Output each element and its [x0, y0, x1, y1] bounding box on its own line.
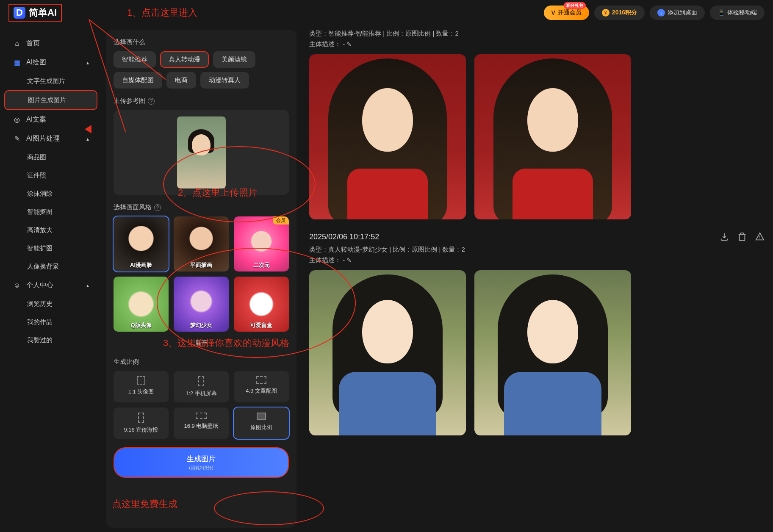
- style-label-text: 选择画面风格: [114, 203, 152, 211]
- nav-proc-0-label: 商品图: [27, 153, 46, 161]
- chip-media-image[interactable]: 自媒体配图: [114, 72, 162, 89]
- chip-anime-to-real[interactable]: 动漫转真人: [200, 72, 249, 89]
- ratio-icon: [196, 413, 207, 419]
- nav-proc-1[interactable]: 证件照: [4, 166, 97, 185]
- ratio-label-text: 16:9 电脑壁纸: [184, 422, 219, 430]
- generate-sublabel: (消耗2积分): [120, 465, 282, 471]
- nav-proc-5-label: 智能扩图: [27, 244, 53, 252]
- result-image[interactable]: [474, 54, 631, 219]
- ratio-label-text: 1:2 手机屏幕: [186, 390, 217, 397]
- delete-icon[interactable]: [737, 232, 747, 241]
- result-type-line: 类型：智能推荐-智能推荐 | 比例：原图比例 | 数量：2: [309, 30, 765, 38]
- ratio-label: 生成比例: [114, 358, 289, 366]
- style-label-text: 二次元: [234, 261, 289, 269]
- style-2d-anime[interactable]: 会员 二次元: [234, 216, 289, 272]
- nav-ai-draw-label: AI绘图: [26, 58, 46, 67]
- generate-button[interactable]: 生成图片 (消耗2积分): [114, 447, 289, 478]
- result-image[interactable]: [309, 54, 466, 219]
- help-icon[interactable]: ?: [154, 204, 161, 211]
- nav-personal-0[interactable]: 浏览历史: [4, 295, 97, 313]
- chip-real-to-anime[interactable]: 真人转动漫: [160, 51, 209, 68]
- ratio-1-1[interactable]: 1:1 头像图: [114, 371, 169, 402]
- nav-proc-4[interactable]: 高清放大: [4, 221, 97, 239]
- help-icon[interactable]: ?: [148, 98, 155, 105]
- ratio-4-3[interactable]: 4:3 文章配图: [234, 371, 289, 402]
- text-icon: ◎: [13, 116, 21, 124]
- chip-ecommerce[interactable]: 电商: [166, 72, 196, 89]
- nav-personal-2[interactable]: 我赞过的: [4, 331, 97, 349]
- nav-home[interactable]: ⌂ 首页: [4, 34, 97, 53]
- nav-proc-1-label: 证件照: [27, 172, 46, 180]
- header-buttons: 积分礼包 V 开通会员 ¥ 2016积分 ↓ 添加到桌面 📱 体验移动端: [544, 6, 765, 20]
- ratio-grid: 1:1 头像图 1:2 手机屏幕 4:3 文章配图 9:16 宣传海报 16:9…: [114, 371, 289, 439]
- style-dream-girl[interactable]: 梦幻少女: [174, 277, 229, 332]
- nav-proc-0[interactable]: 商品图: [4, 148, 97, 166]
- result-timestamp: 2025/02/06 10:17:52: [309, 233, 379, 241]
- nav-proc-6[interactable]: 人像换背景: [4, 258, 97, 276]
- edit-icon[interactable]: ✎: [346, 41, 352, 47]
- vip-button[interactable]: 积分礼包 V 开通会员: [544, 6, 589, 20]
- download-icon[interactable]: [720, 232, 729, 241]
- ratio-label-text: 4:3 文章配图: [246, 387, 277, 395]
- logo-text: 简单AI: [29, 6, 57, 19]
- result-subject: 主体描述： - ✎: [309, 40, 765, 48]
- nav-proc-2[interactable]: 涂抹消除: [4, 185, 97, 203]
- nav-proc-2-label: 涂抹消除: [27, 190, 53, 198]
- result-image[interactable]: [309, 270, 466, 435]
- style-label-text: 可爱盲盒: [234, 321, 289, 329]
- nav-personal-1[interactable]: 我的作品: [4, 313, 97, 331]
- upload-area[interactable]: [114, 110, 289, 195]
- style-ai-manga-face[interactable]: AI漫画脸: [114, 216, 169, 272]
- ratio-icon: [198, 376, 204, 386]
- style-cute-blindbox[interactable]: 可爱盲盒: [234, 277, 289, 332]
- nav-proc-5[interactable]: 智能扩图: [4, 239, 97, 258]
- gift-badge: 积分礼包: [564, 2, 586, 9]
- nav-personal-1-label: 我的作品: [27, 318, 53, 326]
- mobile-button[interactable]: 📱 体验移动端: [710, 6, 765, 20]
- style-q-avatar[interactable]: Q版头像: [114, 277, 169, 332]
- ratio-icon: [257, 413, 266, 420]
- nav-proc-3[interactable]: 智能抠图: [4, 203, 97, 221]
- nav-ai-process-label: AI图片处理: [26, 134, 60, 143]
- style-label-text: Q版头像: [114, 321, 169, 329]
- add-desktop-button[interactable]: ↓ 添加到桌面: [650, 6, 705, 20]
- upload-label: 上传参考图 ?: [114, 97, 289, 105]
- nav-ai-draw[interactable]: ▦ AI绘图 ▴: [4, 53, 97, 72]
- chip-smart-recommend[interactable]: 智能推荐: [114, 51, 156, 68]
- expand-styles[interactable]: 展开: [114, 336, 289, 350]
- user-icon: ☺: [13, 281, 21, 290]
- style-label: 选择画面风格 ?: [114, 203, 289, 211]
- ratio-label-text: 原图比例: [250, 424, 272, 431]
- chip-beauty-filter[interactable]: 美颜滤镜: [213, 51, 255, 68]
- download-icon: ↓: [657, 9, 665, 17]
- ratio-16-9[interactable]: 16:9 电脑壁纸: [174, 407, 229, 439]
- nav-personal[interactable]: ☺ 个人中心 ▴: [4, 276, 97, 295]
- category-chips: 智能推荐 真人转动漫 美颜滤镜 自媒体配图 电商 动漫转真人: [114, 51, 289, 89]
- vip-label: 开通会员: [558, 9, 582, 17]
- ratio-icon: [256, 376, 266, 384]
- nav-text2img-label: 文字生成图片: [27, 77, 65, 85]
- nav-proc-3-label: 智能抠图: [27, 208, 53, 216]
- nav-img2img-label: 图片生成图片: [28, 96, 66, 104]
- nav-img2img[interactable]: 图片生成图片: [4, 90, 97, 110]
- points-button[interactable]: ¥ 2016积分: [594, 6, 645, 20]
- ratio-9-16[interactable]: 9:16 宣传海报: [114, 407, 169, 439]
- warning-icon[interactable]: [755, 232, 765, 241]
- style-label-text: 平面插画: [174, 261, 229, 269]
- mobile-icon: 📱: [718, 9, 725, 16]
- style-grid: AI漫画脸 平面插画 会员 二次元 Q版头像 梦幻少女 可爱盲盒: [114, 216, 289, 332]
- nav-text2img[interactable]: 文字生成图片: [4, 72, 97, 90]
- edit-icon[interactable]: ✎: [346, 257, 352, 263]
- result-subject-text: 主体描述： -: [309, 256, 345, 263]
- result-image[interactable]: [474, 270, 631, 435]
- header: D 简单AI 积分礼包 V 开通会员 ¥ 2016积分 ↓ 添加到桌面 📱 体验…: [0, 0, 773, 25]
- style-flat-illustration[interactable]: 平面插画: [174, 216, 229, 272]
- result-block-2: 2025/02/06 10:17:52 类型：真人转动漫-梦幻少女 | 比例：原…: [309, 232, 765, 435]
- desktop-label: 添加到桌面: [668, 9, 697, 17]
- app-logo[interactable]: D 简单AI: [8, 4, 62, 22]
- ratio-original[interactable]: 原图比例: [234, 407, 289, 439]
- ratio-1-2[interactable]: 1:2 手机屏幕: [174, 371, 229, 402]
- result-subject-text: 主体描述： -: [309, 40, 345, 47]
- style-label-text: 梦幻少女: [174, 321, 229, 329]
- chevron-up-icon: ▴: [86, 136, 89, 142]
